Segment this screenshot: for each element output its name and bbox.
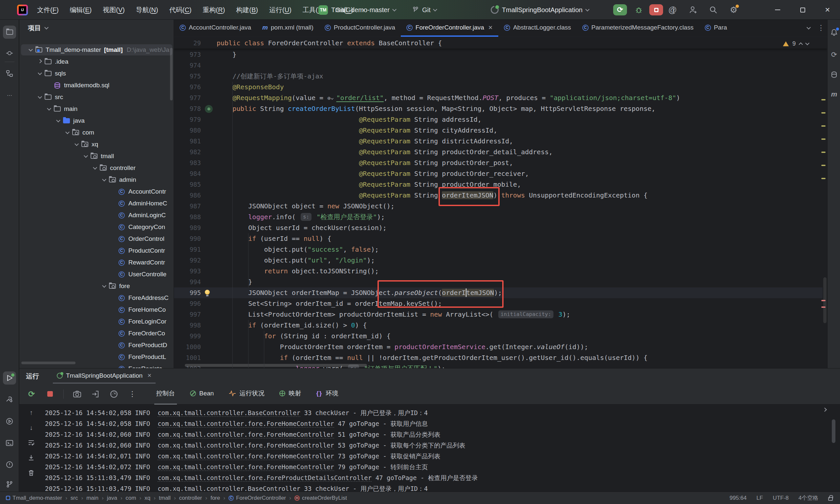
menu-item[interactable]: 重构(R) bbox=[199, 4, 230, 16]
minimize-button[interactable] bbox=[765, 0, 790, 20]
menu-item[interactable]: 导航(N) bbox=[132, 4, 162, 16]
stop-icon[interactable] bbox=[45, 389, 55, 399]
tree-item-OrderControl[interactable]: COrderControl bbox=[19, 233, 174, 245]
encoding[interactable]: UTF-8 bbox=[773, 495, 788, 501]
run-config-widget[interactable]: TmallSpringBootApplication bbox=[491, 3, 589, 16]
project-panel-header[interactable]: 项目 bbox=[19, 20, 174, 36]
editor-tab[interactable]: CProductController.java bbox=[319, 20, 401, 37]
editor-tab[interactable]: CAccountController.java bbox=[174, 20, 257, 37]
close-icon[interactable]: ✕ bbox=[147, 373, 151, 379]
tree-item-Tmall_demo-master[interactable]: Tmall_demo-master[tmall]D:\java_web\Ja bbox=[19, 44, 174, 56]
logger-link[interactable]: com.xq.tmall.controller.fore.ForeHomeCon… bbox=[158, 442, 334, 449]
menu-item[interactable]: 编辑(E) bbox=[66, 4, 96, 16]
run-tool-icon[interactable] bbox=[3, 372, 16, 384]
menu-item[interactable]: 视图(V) bbox=[99, 4, 129, 16]
tree-item-ForeProductD[interactable]: CForeProductD bbox=[19, 339, 174, 351]
breadcrumb-item[interactable]: xq bbox=[144, 495, 150, 501]
more-tools-icon[interactable]: ⋯ bbox=[3, 89, 16, 102]
run-tab[interactable]: TmallSpringBootApplication ✕ bbox=[53, 368, 156, 383]
editor-tab[interactable]: CParameterizedMessageFactory.class bbox=[577, 20, 699, 37]
editor-tab[interactable]: CForeOrderController.java✕ bbox=[401, 20, 498, 37]
caret-position[interactable]: 995:64 bbox=[730, 495, 747, 501]
breadcrumb-item[interactable]: Tmall_demo-master bbox=[6, 495, 62, 501]
maximize-button[interactable] bbox=[790, 0, 815, 20]
breadcrumb-item[interactable]: com bbox=[126, 495, 136, 501]
logger-link[interactable]: com.xq.tmall.controller.fore.ForeProduct… bbox=[158, 474, 372, 482]
close-icon[interactable]: ✕ bbox=[488, 24, 493, 31]
logger-link[interactable]: com.xq.tmall.controller.fore.ForeHomeCon… bbox=[158, 431, 334, 438]
breadcrumb-item[interactable]: src bbox=[71, 495, 78, 501]
tree-item-tmalldemodb.sql[interactable]: tmalldemodb.sql bbox=[19, 79, 174, 91]
tree-item-ForeAddressC[interactable]: CForeAddressC bbox=[19, 292, 174, 304]
project-tool-icon[interactable] bbox=[3, 25, 16, 39]
maven-tool-icon[interactable]: m bbox=[829, 89, 839, 99]
tab-list-chevron-icon[interactable] bbox=[806, 25, 811, 30]
bulb-gutter-icon[interactable] bbox=[205, 290, 210, 295]
close-button[interactable]: ✕ bbox=[815, 0, 840, 20]
version-control-tool-icon[interactable] bbox=[3, 478, 16, 491]
commit-tool-icon[interactable] bbox=[3, 47, 16, 60]
console-options-kebab-icon[interactable]: ⋮ bbox=[127, 389, 137, 399]
notifications-bell-icon[interactable] bbox=[829, 28, 839, 37]
editor-area[interactable]: CAccountController.javampom.xml (tmall)C… bbox=[174, 20, 827, 368]
terminal-tool-icon[interactable] bbox=[3, 436, 16, 450]
stop-button[interactable] bbox=[649, 4, 663, 15]
collapse-left-icon[interactable] bbox=[823, 408, 827, 412]
editor-tab[interactable]: mpom.xml (tmall) bbox=[257, 20, 319, 37]
tree-item-AdminLoginC[interactable]: CAdminLoginC bbox=[19, 209, 174, 221]
rerun-button[interactable]: ⟳ bbox=[613, 4, 627, 15]
tree-item-main[interactable]: main bbox=[19, 103, 174, 115]
tree-item-ProductContr[interactable]: CProductContr bbox=[19, 245, 174, 257]
breadcrumb-item[interactable]: fore bbox=[210, 495, 220, 501]
tree-item-ForeProductL[interactable]: CForeProductL bbox=[19, 351, 174, 363]
tree-item-com[interactable]: com bbox=[19, 127, 174, 139]
menu-item[interactable]: 代码(C) bbox=[165, 4, 196, 16]
project-vertical-scrollbar[interactable] bbox=[170, 48, 173, 101]
menu-item[interactable]: 构建(B) bbox=[232, 4, 262, 16]
logger-link[interactable]: com.xq.tmall.controller.fore.ForeHomeCon… bbox=[158, 420, 334, 428]
next-problem-icon[interactable] bbox=[805, 41, 809, 45]
debug-button[interactable] bbox=[632, 4, 646, 15]
settings-gear-icon[interactable]: ⚙ bbox=[729, 5, 738, 15]
project-tree[interactable]: Tmall_demo-master[tmall]D:\java_web\Ja.i… bbox=[19, 44, 174, 368]
console-output[interactable]: ↑ ↓ 2025-12-16 14:54:02,058 INFO com.xq.… bbox=[19, 405, 840, 492]
tree-item-AdminHomeC[interactable]: CAdminHomeC bbox=[19, 198, 174, 209]
code-viewport[interactable]: 973 }974975 //创建新订单-多订单项-ajax976 @Respon… bbox=[174, 48, 827, 368]
tree-item-AccountContr[interactable]: CAccountContr bbox=[19, 186, 174, 198]
database-tool-icon[interactable] bbox=[829, 70, 839, 79]
run-view-tab-Bean[interactable]: Bean bbox=[188, 383, 216, 404]
tree-item-controller[interactable]: controller bbox=[19, 162, 174, 174]
prev-problem-icon[interactable] bbox=[799, 42, 803, 47]
tree-item-ForeHomeCo[interactable]: CForeHomeCo bbox=[19, 304, 174, 316]
tree-item-UserControlle[interactable]: CUserControlle bbox=[19, 268, 174, 280]
tree-item-ForeLoginCor[interactable]: CForeLoginCor bbox=[19, 316, 174, 327]
vcs-widget[interactable]: Git bbox=[409, 3, 440, 16]
tree-item-java[interactable]: java bbox=[19, 115, 174, 127]
structure-tool-icon[interactable] bbox=[3, 67, 16, 80]
breadcrumb-item[interactable]: CForeOrderController bbox=[229, 495, 286, 501]
tree-item-admin[interactable]: admin bbox=[19, 174, 174, 186]
add-user-icon[interactable] bbox=[689, 5, 698, 15]
tree-item-.idea[interactable]: .idea bbox=[19, 56, 174, 68]
run-view-tab-环境[interactable]: {}环境 bbox=[314, 383, 340, 404]
tree-item-RewardContr[interactable]: CRewardContr bbox=[19, 257, 174, 268]
project-widget[interactable]: TM Tmall_demo-master bbox=[315, 3, 399, 16]
rerun-icon[interactable]: ⟳ bbox=[26, 389, 36, 399]
project-horizontal-scrollbar[interactable] bbox=[21, 362, 75, 364]
breadcrumb-item[interactable]: controller bbox=[179, 495, 202, 501]
thread-dump-camera-icon[interactable] bbox=[72, 389, 82, 399]
logger-link[interactable]: com.xq.tmall.controller.BaseController bbox=[158, 485, 300, 492]
run-view-tab-运行状况[interactable]: 运行状况 bbox=[227, 383, 266, 404]
breadcrumb-item[interactable]: mcreateOrderByList bbox=[294, 495, 347, 501]
sticky-header-line[interactable]: 29public class ForeOrderController exten… bbox=[174, 37, 827, 49]
tree-item-src[interactable]: src bbox=[19, 91, 174, 103]
editor-tab[interactable]: CPara bbox=[699, 20, 733, 37]
endpoint-gutter-icon[interactable]: ⊕ bbox=[205, 105, 213, 113]
logger-link[interactable]: com.xq.tmall.controller.fore.ForeHomeCon… bbox=[158, 463, 334, 471]
lock-icon[interactable] bbox=[828, 497, 833, 501]
sync-icon[interactable]: ⟳ bbox=[829, 50, 839, 60]
run-view-tab-映射[interactable]: 映射 bbox=[278, 383, 303, 404]
code-with-me-icon[interactable]: @ bbox=[668, 5, 677, 15]
tree-item-tmall[interactable]: tmall bbox=[19, 150, 174, 162]
build-tool-icon[interactable] bbox=[3, 393, 16, 406]
